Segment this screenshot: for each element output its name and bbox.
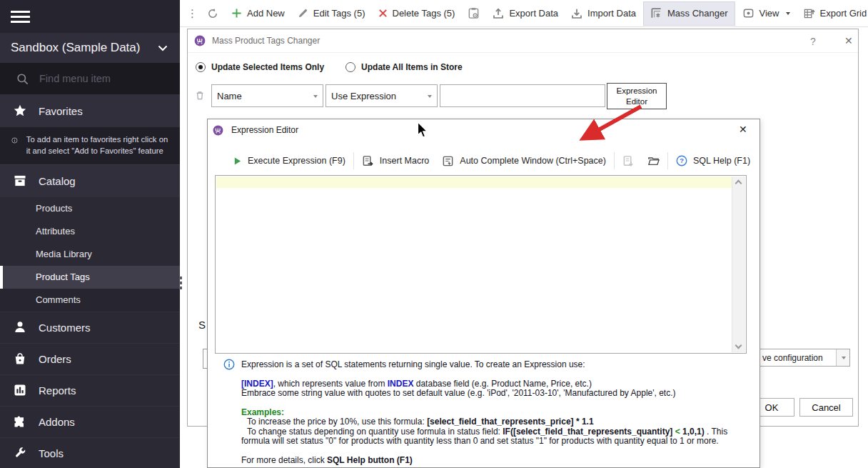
orders-bag-icon [13, 352, 27, 366]
add-new-button[interactable]: Add New [225, 0, 291, 27]
index-token: INDEX [388, 379, 414, 389]
cancel-button[interactable]: Cancel [799, 398, 853, 417]
insert-macro-button[interactable]: Insert Macro [355, 150, 435, 171]
view-label: View [760, 8, 779, 19]
sidebar-item-products[interactable]: Products [0, 197, 180, 220]
sql-help-button[interactable]: ? SQL Help (F1) [670, 150, 757, 171]
action-select-value: Use Expression [331, 91, 396, 101]
sidebar-item-label: Customers [39, 322, 91, 334]
favorites-hint: To add an item to favorites right click … [0, 127, 180, 164]
overflow-menu-icon[interactable]: ⋮ [180, 7, 201, 20]
expression-toolbar: Execute Expression (F9) Insert Macro Aut… [208, 148, 760, 174]
folder-icon [647, 155, 660, 167]
mass-changer-icon [650, 7, 662, 19]
view-dropdown-button[interactable]: View [736, 0, 797, 27]
sidebar-item-reports[interactable]: Reports [0, 374, 180, 406]
field-select-value: Name [217, 91, 242, 101]
view-eye-icon [742, 7, 755, 19]
mass-changer-label: Mass Changer [667, 8, 728, 19]
radio-update-selected[interactable]: Update Selected Items Only [196, 62, 324, 72]
sidebar-item-favorites[interactable]: Favorites [0, 94, 180, 127]
radio-update-all[interactable]: Update All Items in Store [345, 62, 463, 72]
export-data-button[interactable]: Export Data [486, 0, 565, 27]
value-input[interactable] [440, 84, 605, 107]
sidebar-item-label: Reports [39, 384, 76, 397]
help-embrace-line: Embrace some string value with quotes to… [241, 389, 745, 399]
action-select[interactable]: Use Expression [326, 84, 438, 107]
help-button[interactable]: ? [810, 36, 816, 47]
scroll-up-icon[interactable] [735, 180, 742, 187]
current-line-highlight [216, 176, 732, 188]
sidebar-item-attributes[interactable]: Attributes [0, 220, 180, 243]
help-examples: Examples: To increase the price by 10%, … [241, 408, 745, 447]
editor-scrollbar[interactable] [732, 176, 745, 352]
scroll-down-icon[interactable] [735, 342, 742, 349]
search-input[interactable] [38, 72, 159, 85]
import-data-button[interactable]: Import Data [565, 0, 642, 27]
sidebar-item-label: Catalog [39, 175, 76, 187]
app-window: Sandbox (Sample Data) Favorites To add a… [0, 0, 868, 468]
refresh-icon [207, 8, 218, 19]
dialog-title: Expression Editor [231, 125, 298, 135]
trash-icon [195, 90, 205, 101]
store-selector[interactable]: Sandbox (Sample Data) [0, 33, 180, 63]
autocomplete-icon [442, 155, 454, 167]
sidebar-item-orders[interactable]: Orders [0, 343, 180, 374]
sidebar-item-addons[interactable]: Addons [0, 406, 180, 437]
chevron-down-icon [786, 12, 790, 15]
delete-tags-button[interactable]: Delete Tags (5) [372, 0, 462, 27]
remove-row-button[interactable] [195, 90, 205, 103]
help-circle-icon: ? [676, 155, 687, 166]
play-icon [233, 156, 242, 166]
help-more-details: For more details, click SQL Help button … [241, 456, 745, 466]
edit-tags-label: Edit Tags (5) [313, 8, 365, 19]
export-icon [493, 8, 504, 19]
radio-label: Update Selected Items Only [211, 62, 324, 72]
execute-expression-button[interactable]: Execute Expression (F9) [226, 150, 352, 171]
sidebar-item-product-tags[interactable]: Product Tags [0, 266, 180, 289]
expression-editor-button[interactable]: Expression Editor [607, 83, 667, 109]
chevron-down-icon [313, 95, 318, 98]
catalog-icon [13, 174, 27, 188]
sidebar-splitter-handle[interactable] [179, 277, 182, 292]
sidebar-item-tools[interactable]: Tools [0, 437, 180, 468]
example-formula: IF([select_field_that_represents_quantit… [503, 427, 672, 437]
sidebar-item-media-library[interactable]: Media Library [0, 243, 180, 266]
svg-text:?: ? [680, 157, 684, 164]
close-icon[interactable]: ✕ [739, 124, 747, 135]
sidebar-item-customers[interactable]: Customers [0, 312, 180, 343]
configuration-dropdown-button[interactable] [836, 349, 849, 366]
sidebar-item-comments[interactable]: Comments [0, 289, 180, 312]
field-select[interactable]: Name [211, 84, 323, 107]
expression-text-editor[interactable] [215, 175, 747, 354]
export-grid-label: Export Grid [820, 8, 867, 19]
autocomplete-label: Auto Complete Window (Ctrl+Space) [460, 156, 606, 166]
autocomplete-button[interactable]: Auto Complete Window (Ctrl+Space) [435, 150, 612, 171]
dialog-titlebar: Expression Editor [208, 119, 760, 141]
chevron-down-icon [428, 95, 432, 98]
favorites-hint-text: To add an item to favorites right click … [26, 134, 171, 157]
search-icon [16, 72, 29, 86]
save-expression-button[interactable] [616, 150, 641, 171]
insert-macro-label: Insert Macro [380, 156, 429, 166]
export-grid-dropdown-button[interactable]: Export Grid [797, 0, 868, 27]
configuration-select[interactable]: ve configuration [754, 349, 850, 367]
import-data-label: Import Data [587, 8, 636, 19]
close-icon[interactable]: ✕ [844, 35, 853, 46]
info-icon [223, 359, 235, 370]
hamburger-menu-button[interactable] [0, 0, 180, 33]
open-expression-button[interactable] [641, 150, 666, 171]
mass-changer-button[interactable]: Mass Changer [643, 1, 735, 26]
preview-button[interactable] [461, 0, 486, 27]
sidebar-item-label: Media Library [36, 249, 92, 259]
user-icon [13, 320, 27, 334]
sql-help-label: SQL Help (F1) [693, 156, 750, 166]
sidebar-item-label: Favorites [39, 105, 83, 117]
edit-tags-button[interactable]: Edit Tags (5) [291, 0, 372, 27]
refresh-button[interactable] [201, 0, 225, 27]
insert-macro-icon [362, 155, 374, 167]
sidebar-item-catalog[interactable]: Catalog [0, 164, 180, 197]
star-icon [13, 104, 27, 118]
example-formula: [select_field_that_represents_price] * 1… [427, 417, 593, 427]
app-logo-icon [194, 35, 206, 46]
